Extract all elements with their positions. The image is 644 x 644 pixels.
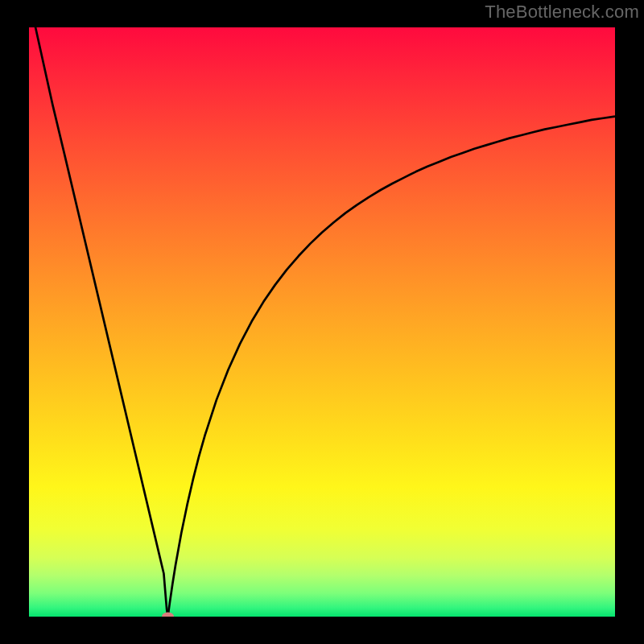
gradient-background [29, 27, 615, 617]
plot-area [29, 27, 615, 617]
chart-frame: TheBottleneck.com [0, 0, 644, 644]
bottleneck-chart [29, 27, 615, 617]
watermark-text: TheBottleneck.com [485, 2, 639, 23]
